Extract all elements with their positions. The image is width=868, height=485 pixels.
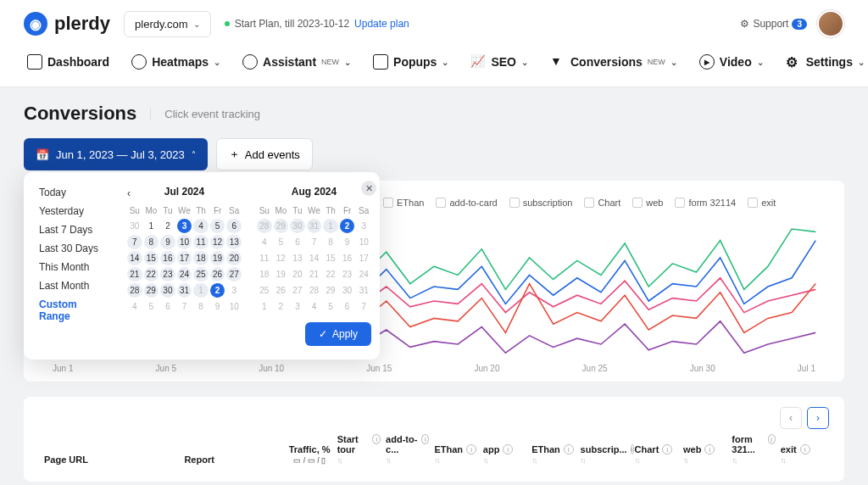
brand-logo[interactable]: ◉ plerdy — [24, 12, 110, 36]
legend-item[interactable]: web — [632, 198, 663, 208]
sort-icon[interactable]: ↑↓ — [483, 456, 526, 465]
th-traffic[interactable]: Traffic, % ▭ / ▭ / ▯ — [287, 444, 332, 465]
cal-day[interactable]: 18 — [193, 251, 209, 265]
cal-day[interactable]: 19 — [274, 267, 289, 282]
cal-day[interactable]: 2 — [160, 219, 175, 233]
legend-item[interactable]: form 32114 — [675, 198, 736, 208]
cal-day[interactable]: 14 — [307, 251, 322, 265]
nav-settings[interactable]: ⚙Settings⌄ — [782, 47, 868, 76]
th-metric[interactable]: add-to-c...i↑↓ — [386, 434, 429, 465]
cal-day[interactable]: 1 — [193, 283, 209, 298]
preset-this-month[interactable]: This Month — [39, 260, 107, 274]
nav-assistant[interactable]: AssistantNEW⌄ — [239, 47, 354, 76]
cal-day[interactable]: 29 — [274, 219, 289, 233]
cal-day[interactable]: 17 — [356, 251, 371, 265]
cal-day[interactable]: 20 — [226, 251, 242, 265]
cal-day[interactable]: 26 — [274, 283, 289, 298]
close-icon[interactable]: ✕ — [361, 181, 376, 196]
cal-day[interactable]: 5 — [144, 299, 159, 314]
th-metric[interactable]: exiti↑↓ — [781, 444, 824, 465]
date-range-button[interactable]: 📅 Jun 1, 2023 — Jul 3, 2023 ˄ — [24, 138, 208, 170]
info-icon[interactable]: i — [466, 444, 476, 454]
cal-day[interactable]: 7 — [307, 235, 322, 249]
cal-day[interactable]: 28 — [127, 283, 142, 298]
cal-day[interactable]: 1 — [257, 299, 272, 314]
nav-dashboard[interactable]: Dashboard — [24, 47, 113, 76]
th-metric[interactable]: EThani↑↓ — [434, 444, 477, 465]
sort-icon[interactable]: ↑↓ — [781, 456, 824, 465]
cal-day[interactable]: 5 — [323, 299, 338, 314]
pager-prev[interactable]: ‹ — [780, 407, 802, 429]
add-events-button[interactable]: ＋ Add events — [216, 138, 313, 170]
cal-day[interactable]: 21 — [307, 267, 322, 282]
info-icon[interactable]: i — [800, 444, 810, 454]
cal-day[interactable]: 14 — [127, 251, 142, 265]
cal-day[interactable]: 29 — [323, 283, 338, 298]
nav-conversions[interactable]: ▼ConversionsNEW⌄ — [547, 47, 681, 76]
avatar[interactable] — [817, 10, 844, 37]
cal-day[interactable]: 16 — [340, 251, 355, 265]
cal-day[interactable]: 26 — [210, 267, 225, 282]
cal-day[interactable]: 13 — [226, 235, 242, 249]
nav-heatmaps[interactable]: Heatmaps⌄ — [128, 47, 224, 76]
cal-day[interactable]: 2 — [340, 219, 355, 233]
cal-day[interactable]: 4 — [307, 299, 322, 314]
legend-item[interactable]: EThan — [383, 198, 424, 208]
cal-day[interactable]: 30 — [160, 283, 175, 298]
preset-yesterday[interactable]: Yesterday — [39, 204, 107, 218]
sort-icon[interactable]: ↑↓ — [434, 456, 477, 465]
nav-popups[interactable]: Popups⌄ — [370, 47, 452, 76]
cal-day[interactable]: 7 — [356, 299, 371, 314]
legend-item[interactable]: exit — [748, 198, 776, 208]
cal-day[interactable]: 9 — [210, 299, 225, 314]
cal-day[interactable]: 30 — [340, 283, 355, 298]
cal-day[interactable]: 4 — [193, 219, 209, 233]
sort-icon[interactable]: ↑↓ — [732, 456, 775, 465]
cal-day[interactable]: 4 — [127, 299, 142, 314]
cal-day[interactable]: 25 — [193, 267, 209, 282]
sort-icon[interactable]: ↑↓ — [581, 456, 630, 465]
info-icon[interactable]: i — [372, 434, 381, 444]
cal-day[interactable]: 24 — [177, 267, 192, 282]
cal-day[interactable]: 7 — [177, 299, 192, 314]
th-metric[interactable]: EThani↑↓ — [531, 444, 575, 465]
cal-day[interactable]: 4 — [257, 235, 272, 249]
info-icon[interactable]: i — [662, 444, 672, 454]
cal-day[interactable]: 22 — [144, 267, 159, 282]
th-metric[interactable]: appi↑↓ — [483, 444, 526, 465]
cal-day[interactable]: 29 — [144, 283, 159, 298]
cal-day[interactable]: 10 — [177, 235, 192, 249]
info-icon[interactable]: i — [768, 434, 776, 444]
cal-day[interactable]: 20 — [290, 267, 305, 282]
cal-day[interactable]: 8 — [323, 235, 338, 249]
update-plan-link[interactable]: Update plan — [354, 18, 409, 30]
site-selector[interactable]: plerdy.com ⌄ — [124, 11, 211, 37]
preset-custom-range[interactable]: Custom Range — [39, 298, 107, 323]
cal-day[interactable]: 31 — [356, 283, 371, 298]
preset-today[interactable]: Today — [39, 186, 107, 199]
legend-item[interactable]: Chart — [584, 198, 620, 208]
th-metric[interactable]: Start touri↑↓ — [337, 434, 381, 465]
th-metric[interactable]: webi↑↓ — [683, 444, 726, 465]
pager-next[interactable]: › — [807, 407, 829, 429]
cal-day[interactable]: 3 — [226, 283, 242, 298]
th-page-url[interactable]: Page URL — [44, 454, 179, 465]
cal-day[interactable]: 11 — [193, 235, 209, 249]
cal-day[interactable]: 13 — [290, 251, 305, 265]
info-icon[interactable]: i — [704, 444, 715, 454]
cal-day[interactable]: 1 — [323, 219, 338, 233]
info-icon[interactable]: i — [421, 434, 429, 444]
cal-day[interactable]: 25 — [257, 283, 272, 298]
preset-last-30-days[interactable]: Last 30 Days — [39, 242, 107, 255]
th-report[interactable]: Report — [184, 454, 281, 465]
th-metric[interactable]: subscrip...i↑↓ — [581, 444, 630, 465]
cal-day[interactable]: 1 — [144, 219, 159, 233]
cal-day[interactable]: 12 — [210, 235, 225, 249]
cal-day[interactable]: 10 — [226, 299, 242, 314]
cal-day[interactable]: 9 — [160, 235, 175, 249]
prev-month-button[interactable]: ‹ — [127, 187, 131, 199]
cal-day[interactable]: 6 — [226, 219, 242, 233]
cal-day[interactable]: 2 — [210, 283, 225, 298]
cal-day[interactable]: 31 — [307, 219, 322, 233]
th-metric[interactable]: form 321...i↑↓ — [732, 434, 775, 465]
